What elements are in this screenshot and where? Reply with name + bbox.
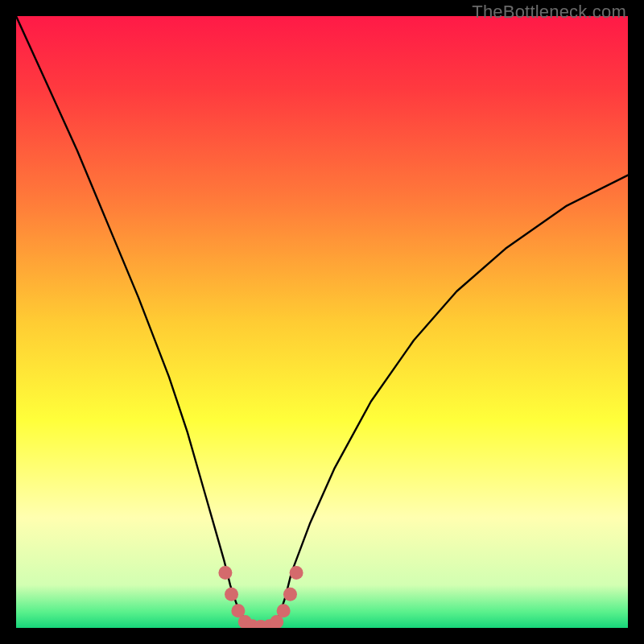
dot xyxy=(225,588,238,601)
attribution-text: TheBottleneck.com xyxy=(472,2,626,23)
dot xyxy=(283,588,297,601)
dot xyxy=(218,566,232,580)
bottleneck-curve xyxy=(16,16,628,626)
plot-area xyxy=(16,16,628,628)
dot xyxy=(290,566,303,580)
bottom-dots xyxy=(218,566,303,628)
curve-layer xyxy=(16,16,628,628)
chart-frame: TheBottleneck.com xyxy=(0,0,644,644)
dot xyxy=(277,604,291,617)
